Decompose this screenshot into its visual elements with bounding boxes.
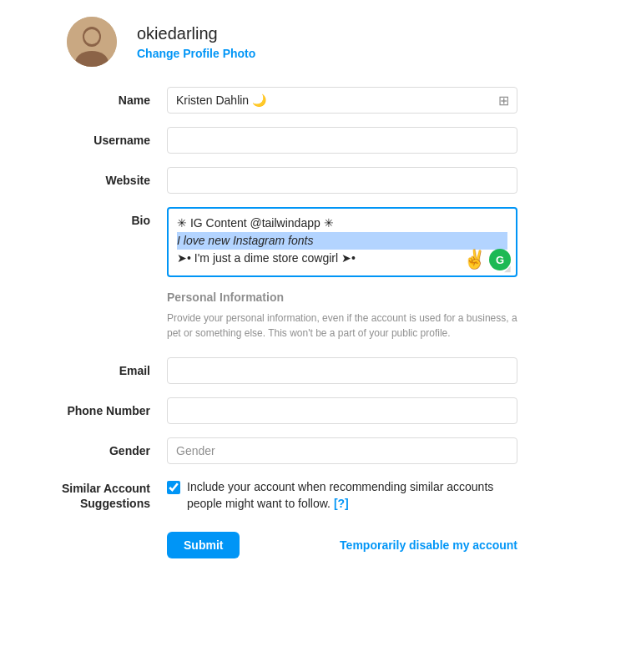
personal-info-text: Provide your personal information, even … <box>167 311 517 341</box>
submit-section: Submit Temporarily disable my account <box>17 532 517 558</box>
phone-label: Phone Number <box>17 397 167 417</box>
bio-control: ✳ IG Content @tailwindapp ✳ I love new I… <box>167 207 517 277</box>
similar-accounts-checkbox[interactable] <box>167 481 180 494</box>
name-input[interactable] <box>167 87 517 114</box>
gender-control <box>167 437 517 464</box>
personal-info-section: Personal Information Provide your person… <box>17 291 517 341</box>
email-row: Email <box>17 357 624 384</box>
name-label: Name <box>17 87 167 107</box>
bio-row: Bio ✳ IG Content @tailwindapp ✳ I love n… <box>17 207 624 277</box>
gender-input[interactable] <box>167 437 517 464</box>
similar-accounts-row: Similar Account Suggestions Include your… <box>17 477 624 512</box>
phone-row: Phone Number <box>17 397 624 424</box>
bio-label: Bio <box>17 207 167 227</box>
email-label: Email <box>17 357 167 377</box>
peace-emoji: ✌️ <box>463 249 486 270</box>
website-input[interactable] <box>167 167 517 194</box>
profile-info: okiedarling Change Profile Photo <box>137 24 255 60</box>
bio-line3: ➤• I'm just a dime store cowgirl ➤• <box>177 250 507 267</box>
email-input[interactable] <box>167 357 517 384</box>
username-row: Username okiedarling <box>17 127 624 154</box>
bio-text-1: ✳ IG Content @tailwindapp ✳ <box>177 215 334 232</box>
similar-accounts-content: Include your account when recommending s… <box>167 477 517 512</box>
list-icon: ⊞ <box>498 93 509 109</box>
bio-line2: I love new Instagram fonts <box>177 232 507 250</box>
bio-line1: ✳ IG Content @tailwindapp ✳ <box>177 215 507 232</box>
svg-point-3 <box>84 29 99 44</box>
bio-wrapper[interactable]: ✳ IG Content @tailwindapp ✳ I love new I… <box>167 207 517 277</box>
bio-resize-handle[interactable]: ◢ <box>504 264 516 275</box>
bio-text-2: I love new Instagram fonts <box>177 232 313 250</box>
help-link[interactable]: [?] <box>334 497 349 510</box>
change-photo-link[interactable]: Change Profile Photo <box>137 47 255 60</box>
gender-label: Gender <box>17 437 167 457</box>
website-control <box>167 167 517 194</box>
similar-accounts-checkbox-label[interactable]: Include your account when recommending s… <box>187 479 517 512</box>
username-label: Username <box>17 127 167 147</box>
name-control: ⊞ <box>167 87 517 114</box>
website-label: Website <box>17 167 167 187</box>
personal-info-title: Personal Information <box>167 291 517 304</box>
name-row: Name ⊞ <box>17 87 624 114</box>
username-control: okiedarling <box>167 127 517 154</box>
username-input[interactable]: okiedarling <box>167 127 517 154</box>
profile-username: okiedarling <box>137 24 255 43</box>
website-row: Website <box>17 167 624 194</box>
submit-button[interactable]: Submit <box>167 532 240 558</box>
similar-accounts-label: Similar Account Suggestions <box>17 477 167 511</box>
profile-header: okiedarling Change Profile Photo <box>17 17 624 67</box>
avatar[interactable] <box>67 17 117 67</box>
disable-account-link[interactable]: Temporarily disable my account <box>340 538 517 552</box>
name-input-wrapper: ⊞ <box>167 87 517 114</box>
gender-row: Gender <box>17 437 624 464</box>
bio-text-3: ➤• I'm just a dime store cowgirl ➤• <box>177 250 356 267</box>
phone-control <box>167 397 517 424</box>
phone-input[interactable] <box>167 397 517 424</box>
checkbox-wrapper: Include your account when recommending s… <box>167 477 517 512</box>
email-control <box>167 357 517 384</box>
